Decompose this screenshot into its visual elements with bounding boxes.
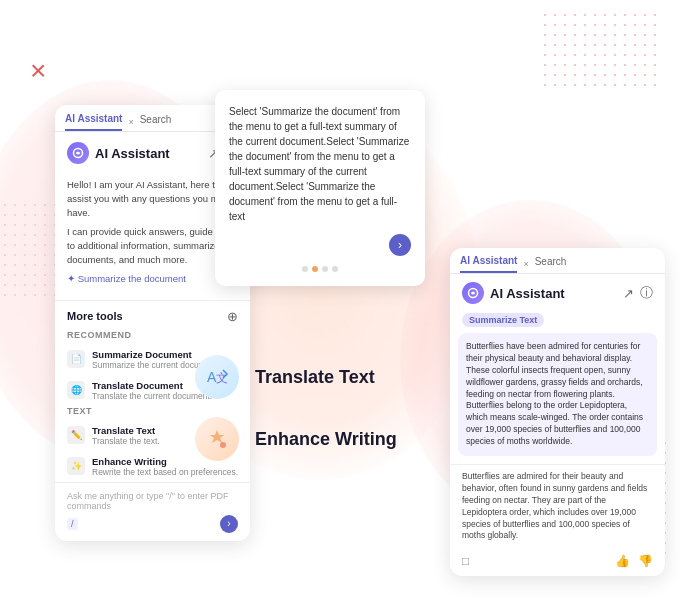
response-actions: □ 👍 👎 — [450, 548, 665, 576]
svg-point-3 — [220, 442, 226, 448]
ai-assistant-icon-left — [67, 142, 89, 164]
dot-2 — [312, 266, 318, 272]
divider-1 — [55, 300, 250, 301]
section-recommend-label: RECOMMEND — [55, 330, 250, 344]
center-panel-text: Select 'Summarize the document' from the… — [229, 104, 411, 224]
response-plain-area: Butterflies are admired for their beauty… — [450, 464, 665, 548]
translate-text-label: Translate Text — [255, 367, 375, 388]
greeting-text: Hello! I am your AI Assistant, here to a… — [67, 178, 238, 219]
ai-assistant-icon-right — [462, 282, 484, 304]
enhance-writing-label: Enhance Writing — [255, 429, 397, 450]
enhance-writing-icon-big — [195, 417, 239, 461]
tool-enhance-icon: ✨ — [67, 457, 85, 475]
send-icon-right[interactable]: ↗ — [623, 286, 634, 301]
dot-1 — [302, 266, 308, 272]
panel-center-summarize: Select 'Summarize the document' from the… — [215, 90, 425, 286]
center-panel-arrow-btn[interactable]: › — [389, 234, 411, 256]
panel-left-title: AI Assistant — [95, 146, 170, 161]
panel-center-dots — [229, 266, 411, 272]
translate-text-icon-big: A 文 — [195, 355, 239, 399]
response-text-1: Butterflies have been admired for centur… — [466, 341, 649, 448]
panel-right-header-left: AI Assistant — [462, 282, 565, 304]
panel-right-tabs: AI Assistant × Search — [450, 248, 665, 274]
more-tools-title: More tools — [67, 310, 123, 322]
tool-translate-text-name: Translate Text — [92, 425, 160, 436]
thumbup-icon[interactable]: 👍 — [615, 554, 630, 568]
response-summarized-area: Butterflies have been admired for centur… — [458, 333, 657, 456]
footer-hint-text: Ask me anything or type "/" to enter PDF… — [67, 491, 238, 511]
more-tools-header: More tools ⊕ — [55, 309, 250, 330]
dot-3 — [322, 266, 328, 272]
center-tools-display: A 文 Translate Text Enhance Writing — [195, 355, 397, 461]
tool-translate-text-icon: ✏️ — [67, 426, 85, 444]
panel-left-header-left: AI Assistant — [67, 142, 170, 164]
footer-slash-cmd[interactable]: / — [67, 518, 78, 530]
tab-ai-assistant-right[interactable]: AI Assistant — [460, 255, 517, 273]
tab-close-right[interactable]: × — [523, 259, 528, 269]
info-icon-right[interactable]: ⓘ — [640, 284, 653, 302]
thumbdown-icon[interactable]: 👎 — [638, 554, 653, 568]
summarize-text-badge: Summarize Text — [462, 313, 544, 327]
tab-ai-assistant-left[interactable]: AI Assistant — [65, 113, 122, 131]
panel-right-ai-assistant: AI Assistant × Search AI Assistant ↗ ⓘ S… — [450, 248, 665, 576]
copy-icon[interactable]: □ — [462, 554, 469, 568]
tab-search-left[interactable]: Search — [140, 114, 172, 130]
footer-send-button[interactable]: › — [220, 515, 238, 533]
description-text: I can provide quick answers, guide you t… — [67, 225, 238, 266]
panel-right-header: AI Assistant ↗ ⓘ — [450, 274, 665, 309]
summarize-document-button[interactable]: ✦ Summarize the document — [67, 273, 238, 284]
tab-close-left[interactable]: × — [128, 117, 133, 127]
dot-4 — [332, 266, 338, 272]
panel-right-title: AI Assistant — [490, 286, 565, 301]
tab-search-right[interactable]: Search — [535, 256, 567, 272]
footer-input-area: Ask me anything or type "/" to enter PDF… — [67, 491, 238, 511]
panel-left-footer: Ask me anything or type "/" to enter PDF… — [55, 482, 250, 541]
tool-summarize-icon: 📄 — [67, 350, 85, 368]
bg-dots-top-right — [540, 10, 660, 90]
tool-translate-text-desc: Translate the text. — [92, 436, 160, 446]
more-tools-settings-icon[interactable]: ⊕ — [227, 309, 238, 324]
tool-enhance-desc: Rewrite the text based on preferences. — [92, 467, 238, 477]
panel-center-arrow: › — [229, 234, 411, 256]
translate-text-row[interactable]: A 文 Translate Text — [195, 355, 397, 399]
tool-translate-doc-icon: 🌐 — [67, 381, 85, 399]
response-text-2: Butterflies are admired for their beauty… — [462, 471, 653, 542]
panel-right-header-icons: ↗ ⓘ — [623, 284, 653, 302]
summarize-btn-label: ✦ Summarize the document — [67, 273, 186, 284]
tool-translate-text-info: Translate Text Translate the text. — [92, 425, 160, 446]
feedback-icons: 👍 👎 — [615, 554, 653, 568]
x-decoration-icon: × — [30, 55, 46, 87]
enhance-writing-row[interactable]: Enhance Writing — [195, 417, 397, 461]
